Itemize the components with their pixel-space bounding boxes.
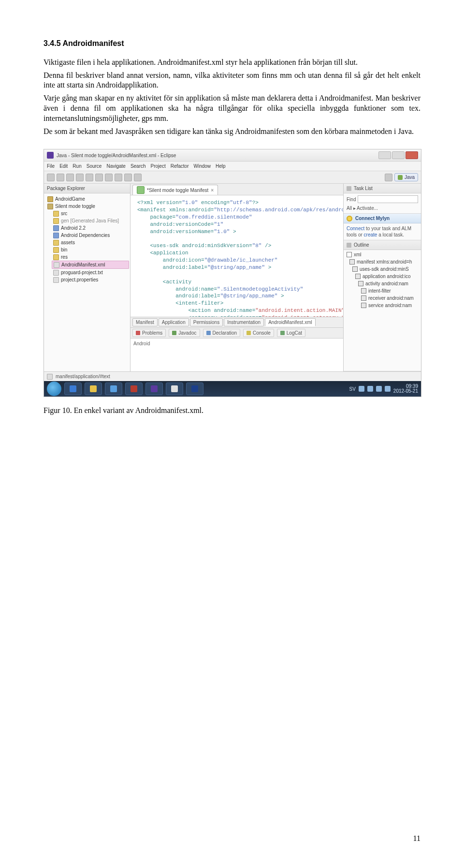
perspective-java[interactable]: Java [394,173,418,181]
editor-area[interactable]: <?xml version="1.0" encoding="utf-8"?> <… [130,195,343,317]
java-perspective-icon [398,175,403,180]
tree-item[interactable]: assets [52,239,129,246]
toolbar-icon[interactable] [57,174,64,181]
statusbar-path: manifest/application/#text [56,373,110,380]
taskbar-clock[interactable]: 09:39 2012-05-21 [393,384,418,394]
editor-tab[interactable]: *Silent mode toggle Manifest × [132,185,218,195]
tray-icon[interactable] [385,386,391,392]
taskbar-app[interactable] [186,383,203,395]
tab-declaration[interactable]: Declaration [203,329,241,337]
outline-item[interactable]: receiver android:nam [360,294,419,302]
tab-logcat[interactable]: LogCat [277,329,305,337]
outline-item[interactable]: xml [346,251,419,258]
toolbar-icon[interactable] [105,174,113,181]
manifest-file-icon [137,186,145,194]
folder-icon [53,240,59,246]
menu-file[interactable]: File [47,163,55,169]
outline-item-label: manifest xmlns:android=h [357,259,412,265]
close-tab-icon[interactable]: × [211,187,214,193]
taskbar-app[interactable] [125,383,143,395]
tree-item-label: assets [61,239,75,246]
taskbar-app[interactable] [145,383,163,395]
perspective-label: Java [405,174,415,180]
mylyn-banner: Connect Mylyn [344,214,421,223]
outline-item[interactable]: intent-filter [360,287,419,294]
editor-tab-label: *Silent mode toggle Manifest [147,187,208,193]
tree-item[interactable]: Android 2.2 [52,224,129,232]
mylyn-connect-link[interactable]: Connect [347,226,364,231]
taskbar-app[interactable] [64,383,82,395]
outline-item[interactable]: application android:ico [354,273,419,280]
keyboard-lang[interactable]: SV [349,386,356,392]
menu-refactor[interactable]: Refactor [171,163,189,169]
outline-item[interactable]: service android:nam [360,302,419,309]
tree-item[interactable]: Android Dependencies [52,232,129,239]
tab-javadoc[interactable]: Javadoc [169,329,200,337]
task-find-input[interactable] [358,195,418,203]
tab-problems[interactable]: Problems [132,329,166,337]
tree-item[interactable]: project.properties [52,276,129,283]
close-button[interactable] [406,151,418,159]
menu-navigate[interactable]: Navigate [106,163,125,169]
lower-view-body: Android [130,338,343,371]
right-sidebar: Task List Find All ▸ Activate... Connect… [343,184,421,371]
start-button[interactable] [47,382,61,396]
tree-item[interactable]: Silent mode toggle [46,203,129,210]
tab-permissions[interactable]: Permissions [190,318,223,326]
taskbar-app[interactable] [105,383,122,395]
file-icon [53,270,59,276]
toolbar-icon[interactable] [115,174,122,181]
tree-item[interactable]: AndroidGame [46,195,129,203]
tray-icon[interactable] [359,386,364,392]
menu-source[interactable]: Source [87,163,102,169]
tab-manifest[interactable]: Manifest [132,318,158,326]
tab-console[interactable]: Console [243,329,274,337]
taskbar-app[interactable] [166,383,183,395]
tab-instrumentation[interactable]: Instrumentation [224,318,264,326]
outline-node-icon [349,259,355,265]
toolbar-icon[interactable] [76,174,84,181]
tray-icon[interactable] [376,386,382,392]
tree-item[interactable]: res [52,253,129,261]
task-list-title: Task List [344,184,421,193]
minimize-button[interactable] [378,151,391,159]
task-find-label: Find [347,196,356,203]
toolbar-icon[interactable] [47,174,55,181]
task-list-icon [347,186,351,191]
tab-application[interactable]: Application [159,318,189,326]
maximize-button[interactable] [392,151,405,159]
outline-item-label: intent-filter [368,288,391,294]
tree-item[interactable]: gen [Generated Java Files] [52,217,129,224]
outline-node-icon [352,266,358,272]
toolbar-icon[interactable] [124,174,132,181]
menu-window[interactable]: Window [193,163,211,169]
tree-item[interactable]: bin [52,246,129,253]
open-perspective-icon[interactable] [385,174,392,181]
toolbar-icon[interactable] [134,174,142,181]
outline-item[interactable]: activity android:nam [357,280,419,287]
mylyn-text: Connect to your task and ALM tools or cr… [344,223,421,240]
outline-item[interactable]: manifest xmlns:android=h [348,258,419,265]
outline-node-icon [355,274,361,279]
window-titlebar: Java - Silent mode toggle/AndroidManifes… [44,149,421,162]
toolbar-icon[interactable] [66,174,74,181]
windows-taskbar: SV 09:39 2012-05-21 [44,381,421,397]
taskbar-app[interactable] [85,383,102,395]
toolbar-icon[interactable] [95,174,103,181]
tree-item-label: AndroidManifest.xml [61,262,105,268]
task-filter[interactable]: All ▸ Activate... [347,205,418,211]
menu-run[interactable]: Run [72,163,81,169]
outline-item[interactable]: uses-sdk android:minS [351,265,419,273]
tree-item[interactable]: src [52,210,129,217]
system-tray: SV 09:39 2012-05-21 [349,384,419,394]
tree-item[interactable]: proguard-project.txt [52,269,129,276]
tree-item[interactable]: AndroidManifest.xml [52,261,129,269]
tray-icon[interactable] [367,386,373,392]
menu-project[interactable]: Project [151,163,166,169]
mylyn-create-link[interactable]: create [364,232,377,237]
menu-edit[interactable]: Edit [59,163,68,169]
toolbar-icon[interactable] [86,174,93,181]
menu-search[interactable]: Search [130,163,146,169]
tab-androidmanifest-xml[interactable]: AndroidManifest.xml [265,318,316,326]
menu-help[interactable]: Help [216,163,226,169]
